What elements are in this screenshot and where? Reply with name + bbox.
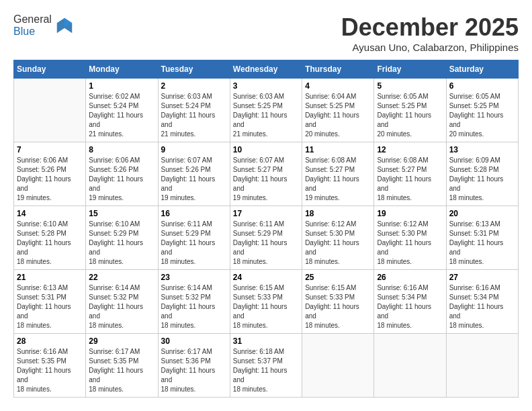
day-info: Sunrise: 6:04 AMSunset: 5:25 PMDaylight:…: [305, 92, 371, 139]
day-info: Sunrise: 6:02 AMSunset: 5:24 PMDaylight:…: [89, 92, 154, 139]
calendar-cell: 25Sunrise: 6:15 AMSunset: 5:33 PMDayligh…: [302, 270, 374, 334]
weekday-header-tuesday: Tuesday: [158, 60, 230, 79]
day-number: 1: [89, 81, 154, 91]
day-number: 18: [305, 209, 371, 218]
logo: General Blue: [13, 13, 75, 38]
day-info: Sunrise: 6:10 AMSunset: 5:29 PMDaylight:…: [89, 220, 154, 267]
day-number: 21: [17, 273, 83, 282]
calendar-cell: 22Sunrise: 6:14 AMSunset: 5:32 PMDayligh…: [86, 270, 158, 334]
calendar-cell: 11Sunrise: 6:08 AMSunset: 5:27 PMDayligh…: [302, 142, 374, 206]
day-number: 15: [89, 209, 154, 218]
day-info: Sunrise: 6:08 AMSunset: 5:27 PMDaylight:…: [377, 156, 443, 203]
calendar-cell: 14Sunrise: 6:10 AMSunset: 5:28 PMDayligh…: [14, 206, 86, 270]
calendar-cell: 15Sunrise: 6:10 AMSunset: 5:29 PMDayligh…: [86, 206, 158, 270]
calendar-cell: 18Sunrise: 6:12 AMSunset: 5:30 PMDayligh…: [302, 206, 374, 270]
calendar-cell: 21Sunrise: 6:13 AMSunset: 5:31 PMDayligh…: [14, 270, 86, 334]
calendar-cell: 28Sunrise: 6:16 AMSunset: 5:35 PMDayligh…: [14, 334, 86, 398]
calendar-cell: 20Sunrise: 6:13 AMSunset: 5:31 PMDayligh…: [446, 206, 518, 270]
day-number: 22: [89, 273, 154, 282]
day-number: 19: [377, 209, 443, 218]
day-info: Sunrise: 6:16 AMSunset: 5:34 PMDaylight:…: [377, 283, 443, 330]
day-number: 6: [449, 81, 515, 91]
calendar-cell: [14, 79, 86, 142]
day-info: Sunrise: 6:12 AMSunset: 5:30 PMDaylight:…: [305, 220, 371, 267]
calendar-cell: 26Sunrise: 6:16 AMSunset: 5:34 PMDayligh…: [374, 270, 446, 334]
day-number: 8: [89, 145, 154, 154]
calendar-cell: 6Sunrise: 6:05 AMSunset: 5:25 PMDaylight…: [446, 79, 518, 142]
calendar-cell: 9Sunrise: 6:07 AMSunset: 5:26 PMDaylight…: [158, 142, 230, 206]
day-number: 14: [17, 209, 83, 218]
calendar-week-row: 1Sunrise: 6:02 AMSunset: 5:24 PMDaylight…: [14, 79, 519, 142]
day-number: 29: [89, 336, 154, 346]
day-number: 10: [233, 145, 299, 154]
calendar-cell: 24Sunrise: 6:15 AMSunset: 5:33 PMDayligh…: [230, 270, 302, 334]
weekday-header-wednesday: Wednesday: [230, 60, 302, 79]
calendar-cell: 1Sunrise: 6:02 AMSunset: 5:24 PMDaylight…: [86, 79, 158, 142]
day-number: 17: [233, 209, 299, 218]
calendar-cell: 17Sunrise: 6:11 AMSunset: 5:29 PMDayligh…: [230, 206, 302, 270]
calendar-cell: 27Sunrise: 6:16 AMSunset: 5:34 PMDayligh…: [446, 270, 518, 334]
weekday-header-thursday: Thursday: [302, 60, 374, 79]
day-number: 7: [17, 145, 83, 154]
day-number: 3: [233, 81, 299, 91]
calendar-cell: 10Sunrise: 6:07 AMSunset: 5:27 PMDayligh…: [230, 142, 302, 206]
calendar-cell: 8Sunrise: 6:06 AMSunset: 5:26 PMDaylight…: [86, 142, 158, 206]
day-info: Sunrise: 6:05 AMSunset: 5:25 PMDaylight:…: [377, 92, 443, 139]
day-info: Sunrise: 6:13 AMSunset: 5:31 PMDaylight:…: [17, 283, 83, 330]
calendar-cell: [302, 334, 374, 398]
weekday-header-sunday: Sunday: [14, 60, 86, 79]
day-info: Sunrise: 6:05 AMSunset: 5:25 PMDaylight:…: [449, 92, 515, 139]
weekday-header-friday: Friday: [374, 60, 446, 79]
day-info: Sunrise: 6:13 AMSunset: 5:31 PMDaylight:…: [449, 220, 515, 267]
day-info: Sunrise: 6:10 AMSunset: 5:28 PMDaylight:…: [17, 220, 83, 267]
day-number: 26: [377, 273, 443, 282]
day-number: 30: [161, 336, 227, 346]
day-number: 13: [449, 145, 515, 154]
month-title: December 2025: [341, 13, 519, 42]
day-info: Sunrise: 6:11 AMSunset: 5:29 PMDaylight:…: [233, 220, 299, 267]
day-info: Sunrise: 6:07 AMSunset: 5:26 PMDaylight:…: [161, 156, 227, 203]
day-number: 4: [305, 81, 371, 91]
logo-general-text: General: [13, 13, 52, 25]
day-info: Sunrise: 6:12 AMSunset: 5:30 PMDaylight:…: [377, 220, 443, 267]
day-info: Sunrise: 6:16 AMSunset: 5:35 PMDaylight:…: [17, 347, 83, 394]
day-info: Sunrise: 6:16 AMSunset: 5:34 PMDaylight:…: [449, 283, 515, 330]
logo-blue-text: Blue: [13, 26, 35, 37]
day-info: Sunrise: 6:17 AMSunset: 5:36 PMDaylight:…: [161, 347, 227, 394]
day-number: 27: [449, 273, 515, 282]
calendar-cell: [446, 334, 518, 398]
weekday-header-row: SundayMondayTuesdayWednesdayThursdayFrid…: [14, 60, 519, 79]
calendar-cell: 3Sunrise: 6:03 AMSunset: 5:25 PMDaylight…: [230, 79, 302, 142]
logo-icon: [54, 15, 75, 36]
weekday-header-monday: Monday: [86, 60, 158, 79]
calendar-cell: 29Sunrise: 6:17 AMSunset: 5:35 PMDayligh…: [86, 334, 158, 398]
day-info: Sunrise: 6:14 AMSunset: 5:32 PMDaylight:…: [89, 283, 154, 330]
day-info: Sunrise: 6:15 AMSunset: 5:33 PMDaylight:…: [233, 283, 299, 330]
calendar-cell: [374, 334, 446, 398]
day-info: Sunrise: 6:11 AMSunset: 5:29 PMDaylight:…: [161, 220, 227, 267]
day-info: Sunrise: 6:03 AMSunset: 5:25 PMDaylight:…: [233, 92, 299, 139]
calendar-cell: 2Sunrise: 6:03 AMSunset: 5:24 PMDaylight…: [158, 79, 230, 142]
calendar-cell: 31Sunrise: 6:18 AMSunset: 5:37 PMDayligh…: [230, 334, 302, 398]
day-number: 25: [305, 273, 371, 282]
day-info: Sunrise: 6:15 AMSunset: 5:33 PMDaylight:…: [305, 283, 371, 330]
calendar-cell: 19Sunrise: 6:12 AMSunset: 5:30 PMDayligh…: [374, 206, 446, 270]
day-number: 5: [377, 81, 443, 91]
day-number: 28: [17, 336, 83, 346]
day-number: 11: [305, 145, 371, 154]
calendar-cell: 23Sunrise: 6:14 AMSunset: 5:32 PMDayligh…: [158, 270, 230, 334]
day-info: Sunrise: 6:07 AMSunset: 5:27 PMDaylight:…: [233, 156, 299, 203]
location-title: Ayusan Uno, Calabarzon, Philippines: [341, 42, 519, 53]
calendar-table: SundayMondayTuesdayWednesdayThursdayFrid…: [13, 60, 519, 398]
calendar-week-row: 7Sunrise: 6:06 AMSunset: 5:26 PMDaylight…: [14, 142, 519, 206]
day-number: 31: [233, 336, 299, 346]
page-header: General Blue December 2025 Ayusan Uno, C…: [13, 13, 519, 53]
calendar-cell: 4Sunrise: 6:04 AMSunset: 5:25 PMDaylight…: [302, 79, 374, 142]
calendar-cell: 7Sunrise: 6:06 AMSunset: 5:26 PMDaylight…: [14, 142, 86, 206]
day-info: Sunrise: 6:09 AMSunset: 5:28 PMDaylight:…: [449, 156, 515, 203]
day-info: Sunrise: 6:03 AMSunset: 5:24 PMDaylight:…: [161, 92, 227, 139]
day-number: 23: [161, 273, 227, 282]
day-info: Sunrise: 6:18 AMSunset: 5:37 PMDaylight:…: [233, 347, 299, 394]
day-number: 20: [449, 209, 515, 218]
day-number: 9: [161, 145, 227, 154]
